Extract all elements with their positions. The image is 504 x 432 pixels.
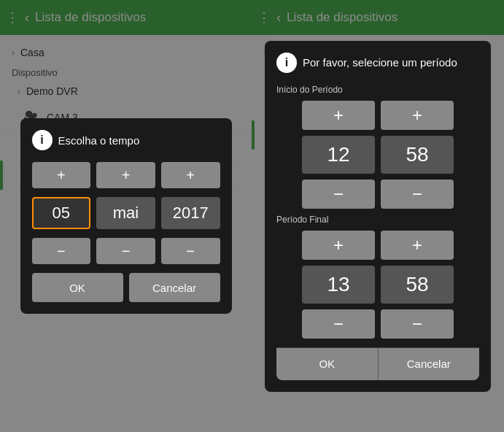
screen: ⋮ ‹ Lista de dispositivos › Casa Disposi… [0,0,504,432]
left-dialog-info-icon: i [32,130,53,150]
left-val-col-year: 2017 [161,197,220,229]
start-min-minus-btn[interactable]: − [381,180,454,209]
left-dialog-title: Escolha o tempo [58,134,140,147]
left-minus-year: − [161,238,220,264]
start-hour-minus-btn[interactable]: − [302,180,375,209]
left-dialog: i Escolha o tempo + + + [20,118,232,314]
start-min-plus-btn[interactable]: + [381,101,454,130]
end-hour-plus-btn[interactable]: + [302,231,375,260]
panel-left: ⋮ ‹ Lista de dispositivos › Casa Disposi… [0,0,252,432]
right-ok-btn[interactable]: OK [276,348,379,380]
year-value: 2017 [161,197,220,229]
left-value-row: 05 mai 2017 [32,197,220,229]
end-plus-row: + + [276,231,479,260]
left-minus-day: − [32,238,91,264]
end-minus-row: − − [276,309,479,339]
panel-right: ⋮ ‹ Lista de dispositivos › Casa 🎥 CAM 5 [252,0,504,432]
start-min-col: + [381,101,454,130]
left-plus-row: + + + [32,162,220,188]
start-hour-col: + [302,101,375,130]
left-col-year: + [161,162,220,188]
left-dialog-buttons: OK Cancelar [32,273,220,302]
day-value: 05 [32,197,91,229]
left-cancel-btn[interactable]: Cancelar [129,273,220,302]
start-hour-plus-btn[interactable]: + [302,101,375,130]
left-val-col-month: mai [96,197,155,229]
start-plus-row: + + [276,101,479,130]
month-minus-btn[interactable]: − [96,238,155,264]
start-min-val-col: 58 [381,136,454,174]
start-minus-row: − − [276,180,479,209]
start-min-value: 58 [381,136,454,174]
left-dialog-overlay: i Escolha o tempo + + + [0,0,252,432]
left-minus-month: − [96,238,155,264]
end-hour-col: + [302,231,375,260]
start-hour-val-col: 12 [302,136,375,174]
end-min-plus-btn[interactable]: + [381,231,454,260]
period-end-label: Período Final [276,215,479,225]
end-hour-minus-col: − [302,309,375,339]
day-minus-btn[interactable]: − [32,238,91,264]
end-hour-minus-btn[interactable]: − [302,309,375,339]
month-plus-btn[interactable]: + [96,162,155,188]
start-value-row: 12 58 [276,136,479,174]
right-dialog-title-row: i Por favor, selecione um período [276,53,479,73]
period-start-label: Início do Período [276,85,479,95]
left-dialog-title-row: i Escolha o tempo [32,130,220,150]
left-ok-btn[interactable]: OK [32,273,123,302]
right-dialog-info-icon: i [276,53,297,73]
right-dialog: i Por favor, selecione um período Início… [265,41,491,392]
day-plus-btn[interactable]: + [32,162,91,188]
start-min-minus-col: − [381,180,454,209]
start-hour-minus-col: − [302,180,375,209]
end-min-minus-col: − [381,309,454,339]
end-min-val-col: 58 [381,266,454,304]
month-value: mai [96,197,155,229]
right-dialog-buttons: OK Cancelar [276,347,479,380]
year-minus-btn[interactable]: − [161,238,220,264]
left-val-col-day: 05 [32,197,91,229]
end-min-minus-btn[interactable]: − [381,309,454,339]
end-min-col: + [381,231,454,260]
right-dialog-overlay: i Por favor, selecione um período Início… [252,0,504,432]
year-plus-btn[interactable]: + [161,162,220,188]
end-hour-val-col: 13 [302,266,375,304]
left-col-day: + [32,162,91,188]
end-hour-value: 13 [302,266,375,304]
left-col-month: + [96,162,155,188]
start-hour-value: 12 [302,136,375,174]
end-value-row: 13 58 [276,266,479,304]
right-cancel-btn[interactable]: Cancelar [379,348,480,380]
end-min-value: 58 [381,266,454,304]
right-dialog-title: Por favor, selecione um período [303,56,457,69]
left-minus-row: − − − [32,238,220,264]
